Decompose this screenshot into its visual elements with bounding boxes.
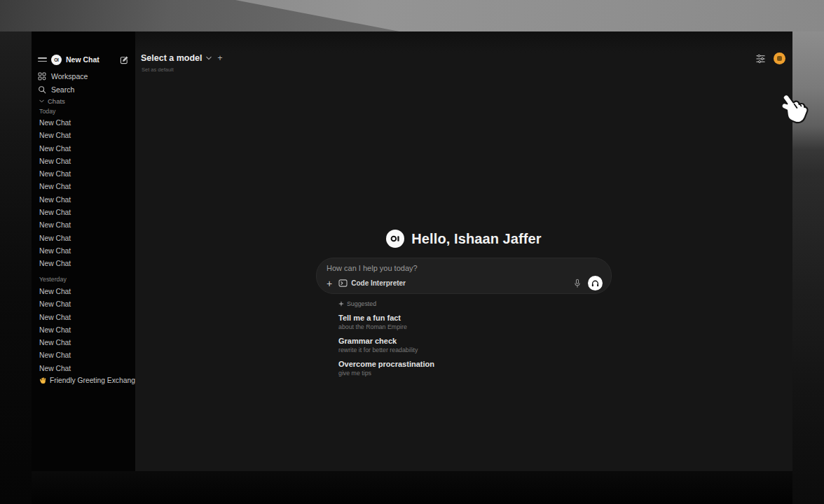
center-content: Hello, Ishaan Jaffer + Code Interpreter: [316, 228, 612, 377]
sidebar-item-workspace[interactable]: Workspace: [38, 70, 129, 83]
chat-item[interactable]: New Chat: [32, 324, 135, 337]
suggested-list: Tell me a fun fact about the Roman Empir…: [338, 314, 612, 377]
greeting-logo-icon: [386, 230, 404, 248]
suggested-prompt[interactable]: Overcome procrastination give me tips: [338, 360, 612, 377]
set-as-default-button[interactable]: Set as default: [142, 66, 174, 73]
chats-header-label: Chats: [48, 97, 65, 105]
section-label-today: Today: [39, 108, 55, 115]
pinned-chat-label: Friendly Greeting Exchange: [50, 377, 139, 384]
chats-section-toggle[interactable]: Chats: [39, 96, 65, 106]
header-right-controls: [755, 52, 785, 64]
chat-item[interactable]: New Chat: [32, 117, 135, 130]
controls-sliders-icon[interactable]: [755, 54, 766, 64]
oi-logo-glyph: [390, 234, 401, 243]
attach-button[interactable]: +: [327, 279, 332, 288]
avatar-glyph: [777, 56, 782, 61]
microphone-icon: [573, 279, 582, 288]
chat-item[interactable]: New Chat: [32, 219, 135, 232]
app-logo-icon: OI: [51, 55, 62, 65]
chat-item-friendly-greeting[interactable]: Friendly Greeting Exchange: [39, 377, 139, 384]
chat-input[interactable]: [327, 264, 603, 272]
workspace-grid-icon: [38, 72, 46, 80]
code-interpreter-label: Code Interpreter: [351, 279, 406, 287]
suggested-prompt-title: Tell me a fun fact: [338, 314, 612, 322]
chat-item[interactable]: New Chat: [32, 143, 135, 155]
sidebar: OI New Chat Workspace: [32, 31, 135, 471]
model-selector-label: Select a model: [141, 53, 202, 63]
suggested-section: Suggested Tell me a fun fact about the R…: [316, 300, 612, 377]
chat-item[interactable]: New Chat: [32, 206, 135, 219]
chat-item[interactable]: New Chat: [32, 155, 135, 168]
suggested-prompt[interactable]: Tell me a fun fact about the Roman Empir…: [338, 314, 612, 330]
new-chat-pencil-icon[interactable]: [120, 55, 129, 64]
suggested-prompt[interactable]: Grammar check rewrite it for better read…: [338, 337, 612, 354]
sidebar-toggle-icon[interactable]: [38, 57, 47, 62]
chat-item[interactable]: New Chat: [32, 232, 135, 245]
desktop: OI New Chat Workspace: [0, 0, 824, 504]
code-interpreter-toggle[interactable]: Code Interpreter: [338, 279, 406, 287]
app-logo-text: OI: [54, 57, 58, 62]
suggested-prompt-subtitle: about the Roman Empire: [338, 323, 612, 330]
headphones-icon: [591, 279, 600, 288]
chat-item[interactable]: New Chat: [32, 181, 135, 193]
chat-item[interactable]: New Chat: [32, 298, 135, 311]
chat-item[interactable]: New Chat: [32, 168, 135, 181]
add-model-button[interactable]: +: [218, 53, 223, 63]
greeting: Hello, Ishaan Jaffer: [316, 228, 612, 249]
chat-item[interactable]: New Chat: [32, 245, 135, 258]
wallpaper-right: [792, 31, 824, 504]
suggested-prompt-subtitle: give me tips: [338, 370, 612, 377]
chat-item[interactable]: New Chat: [32, 286, 135, 298]
chat-list-today: New ChatNew ChatNew ChatNew ChatNew Chat…: [32, 117, 135, 271]
chevron-down-icon: [39, 99, 44, 103]
chat-item[interactable]: New Chat: [32, 194, 135, 206]
sparkle-icon: [338, 301, 344, 307]
wallpaper-left: [0, 31, 32, 504]
suggested-prompt-subtitle: rewrite it for better readability: [338, 346, 612, 354]
wallpaper-diagonal-shape: [0, 0, 420, 31]
code-interpreter-icon: [338, 279, 348, 287]
suggested-prompt-title: Grammar check: [338, 337, 612, 345]
wallpaper-top: [0, 0, 824, 31]
wave-hand-icon: [39, 377, 47, 384]
chat-item[interactable]: New Chat: [32, 312, 135, 324]
app-window: OI New Chat Workspace: [32, 31, 792, 471]
search-label: Search: [51, 85, 74, 94]
section-label-yesterday: Yesterday: [39, 276, 67, 283]
sidebar-header: OI New Chat: [38, 52, 129, 66]
microphone-button[interactable]: [573, 279, 582, 288]
sidebar-title: New Chat: [66, 55, 116, 64]
user-avatar[interactable]: [774, 52, 785, 64]
search-icon: [38, 85, 46, 94]
suggested-header: Suggested: [338, 300, 612, 307]
model-selector[interactable]: Select a model +: [141, 53, 223, 63]
voice-call-button[interactable]: [588, 276, 603, 290]
composer: + Code Interpreter: [316, 258, 612, 294]
suggested-label: Suggested: [347, 300, 376, 307]
chat-item[interactable]: New Chat: [32, 349, 135, 362]
workspace-label: Workspace: [51, 72, 88, 80]
chat-item[interactable]: New Chat: [32, 337, 135, 349]
suggested-prompt-title: Overcome procrastination: [338, 360, 612, 368]
chat-item[interactable]: New Chat: [32, 258, 135, 270]
chat-list-yesterday: New ChatNew ChatNew ChatNew ChatNew Chat…: [32, 286, 135, 375]
chat-item[interactable]: New Chat: [32, 130, 135, 142]
composer-toolbar: + Code Interpreter: [327, 276, 603, 290]
chevron-down-icon: [206, 56, 212, 60]
sidebar-item-search[interactable]: Search: [38, 83, 129, 96]
greeting-text: Hello, Ishaan Jaffer: [411, 231, 541, 247]
chat-item[interactable]: New Chat: [32, 363, 135, 375]
main-pane: Select a model + Set as default: [135, 31, 792, 471]
wallpaper-bottom: [32, 471, 792, 504]
